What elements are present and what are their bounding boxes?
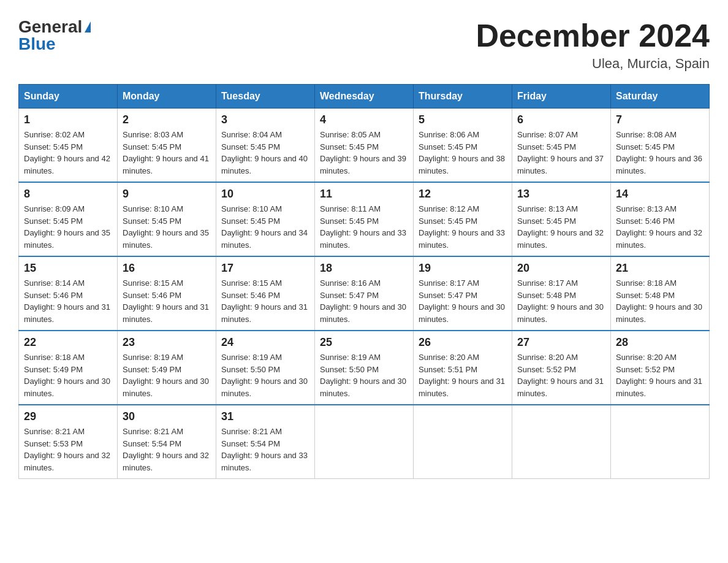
daylight-label: Daylight: 9 hours and 30 minutes. xyxy=(221,377,308,398)
sunrise-label: Sunrise: 8:21 AM xyxy=(123,427,183,436)
calendar-day-cell: 13 Sunrise: 8:13 AM Sunset: 5:45 PM Dayl… xyxy=(512,182,611,256)
calendar-week-row: 8 Sunrise: 8:09 AM Sunset: 5:45 PM Dayli… xyxy=(19,182,710,256)
calendar-week-row: 22 Sunrise: 8:18 AM Sunset: 5:49 PM Dayl… xyxy=(19,331,710,405)
sunset-label: Sunset: 5:46 PM xyxy=(616,216,675,226)
sunrise-label: Sunrise: 8:13 AM xyxy=(517,204,578,213)
sunrise-label: Sunrise: 8:15 AM xyxy=(221,278,282,288)
calendar-day-cell: 16 Sunrise: 8:15 AM Sunset: 5:46 PM Dayl… xyxy=(118,256,216,331)
day-info: Sunrise: 8:02 AM Sunset: 5:45 PM Dayligh… xyxy=(24,129,112,177)
day-number: 6 xyxy=(517,113,605,126)
day-number: 8 xyxy=(24,188,112,201)
daylight-label: Daylight: 9 hours and 31 minutes. xyxy=(221,302,308,324)
daylight-label: Daylight: 9 hours and 41 minutes. xyxy=(123,154,209,175)
daylight-label: Daylight: 9 hours and 30 minutes. xyxy=(123,377,209,398)
sunset-label: Sunset: 5:54 PM xyxy=(221,439,280,448)
day-info: Sunrise: 8:06 AM Sunset: 5:45 PM Dayligh… xyxy=(419,129,507,177)
calendar-day-cell: 3 Sunrise: 8:04 AM Sunset: 5:45 PM Dayli… xyxy=(216,109,315,183)
day-number: 29 xyxy=(24,410,112,423)
daylight-label: Daylight: 9 hours and 31 minutes. xyxy=(123,302,209,324)
sunset-label: Sunset: 5:47 PM xyxy=(419,291,477,300)
calendar-day-cell: 18 Sunrise: 8:16 AM Sunset: 5:47 PM Dayl… xyxy=(315,256,414,331)
daylight-label: Daylight: 9 hours and 30 minutes. xyxy=(24,377,110,398)
day-number: 17 xyxy=(221,262,309,275)
day-info: Sunrise: 8:19 AM Sunset: 5:50 PM Dayligh… xyxy=(221,351,309,399)
sunrise-label: Sunrise: 8:16 AM xyxy=(320,278,381,288)
header-saturday: Saturday xyxy=(611,85,710,109)
daylight-label: Daylight: 9 hours and 31 minutes. xyxy=(616,377,702,398)
calendar-day-cell xyxy=(414,405,512,479)
day-info: Sunrise: 8:21 AM Sunset: 5:54 PM Dayligh… xyxy=(123,426,211,473)
sunrise-label: Sunrise: 8:19 AM xyxy=(221,353,282,362)
sunrise-label: Sunrise: 8:19 AM xyxy=(320,353,381,362)
sunset-label: Sunset: 5:45 PM xyxy=(517,142,576,151)
calendar-day-cell: 15 Sunrise: 8:14 AM Sunset: 5:46 PM Dayl… xyxy=(19,256,118,331)
header-tuesday: Tuesday xyxy=(216,85,315,109)
sunrise-label: Sunrise: 8:20 AM xyxy=(517,353,578,362)
day-number: 14 xyxy=(616,188,704,201)
day-number: 18 xyxy=(320,262,408,275)
sunset-label: Sunset: 5:45 PM xyxy=(320,216,379,226)
sunrise-label: Sunrise: 8:03 AM xyxy=(123,130,183,139)
calendar-day-cell xyxy=(315,405,414,479)
calendar-day-cell: 6 Sunrise: 8:07 AM Sunset: 5:45 PM Dayli… xyxy=(512,109,611,183)
calendar-day-cell: 9 Sunrise: 8:10 AM Sunset: 5:45 PM Dayli… xyxy=(118,182,216,256)
day-info: Sunrise: 8:16 AM Sunset: 5:47 PM Dayligh… xyxy=(320,277,408,325)
sunrise-label: Sunrise: 8:06 AM xyxy=(419,130,479,139)
calendar-day-cell xyxy=(611,405,710,479)
logo-blue-text: Blue xyxy=(18,36,56,53)
sunset-label: Sunset: 5:45 PM xyxy=(123,216,181,226)
calendar-day-cell xyxy=(512,405,611,479)
day-number: 9 xyxy=(123,188,211,201)
day-info: Sunrise: 8:12 AM Sunset: 5:45 PM Dayligh… xyxy=(419,203,507,251)
sunset-label: Sunset: 5:52 PM xyxy=(517,365,576,374)
calendar-day-cell: 1 Sunrise: 8:02 AM Sunset: 5:45 PM Dayli… xyxy=(19,109,118,183)
day-number: 26 xyxy=(419,336,507,349)
daylight-label: Daylight: 9 hours and 35 minutes. xyxy=(123,228,209,250)
calendar-day-cell: 25 Sunrise: 8:19 AM Sunset: 5:50 PM Dayl… xyxy=(315,331,414,405)
sunset-label: Sunset: 5:48 PM xyxy=(616,291,675,300)
day-number: 27 xyxy=(517,336,605,349)
sunrise-label: Sunrise: 8:21 AM xyxy=(24,427,85,436)
day-number: 19 xyxy=(419,262,507,275)
sunset-label: Sunset: 5:45 PM xyxy=(320,142,379,151)
sunrise-label: Sunrise: 8:15 AM xyxy=(123,278,183,288)
day-number: 25 xyxy=(320,336,408,349)
day-info: Sunrise: 8:05 AM Sunset: 5:45 PM Dayligh… xyxy=(320,129,408,177)
day-info: Sunrise: 8:21 AM Sunset: 5:54 PM Dayligh… xyxy=(221,426,309,473)
calendar-day-cell: 24 Sunrise: 8:19 AM Sunset: 5:50 PM Dayl… xyxy=(216,331,315,405)
sunrise-label: Sunrise: 8:10 AM xyxy=(221,204,282,213)
day-info: Sunrise: 8:07 AM Sunset: 5:45 PM Dayligh… xyxy=(517,129,605,177)
daylight-label: Daylight: 9 hours and 40 minutes. xyxy=(221,154,308,175)
sunrise-label: Sunrise: 8:07 AM xyxy=(517,130,578,139)
sunset-label: Sunset: 5:51 PM xyxy=(419,365,477,374)
daylight-label: Daylight: 9 hours and 35 minutes. xyxy=(24,228,110,250)
day-info: Sunrise: 8:04 AM Sunset: 5:45 PM Dayligh… xyxy=(221,129,309,177)
calendar-day-cell: 2 Sunrise: 8:03 AM Sunset: 5:45 PM Dayli… xyxy=(118,109,216,183)
calendar-table: Sunday Monday Tuesday Wednesday Thursday… xyxy=(18,84,710,479)
calendar-day-cell: 29 Sunrise: 8:21 AM Sunset: 5:53 PM Dayl… xyxy=(19,405,118,479)
sunrise-label: Sunrise: 8:20 AM xyxy=(419,353,479,362)
sunrise-label: Sunrise: 8:17 AM xyxy=(517,278,578,288)
day-info: Sunrise: 8:09 AM Sunset: 5:45 PM Dayligh… xyxy=(24,203,112,251)
sunrise-label: Sunrise: 8:18 AM xyxy=(616,278,677,288)
daylight-label: Daylight: 9 hours and 37 minutes. xyxy=(517,154,604,175)
daylight-label: Daylight: 9 hours and 30 minutes. xyxy=(320,377,406,398)
logo-triangle-icon xyxy=(85,21,91,33)
day-number: 7 xyxy=(616,113,704,126)
sunset-label: Sunset: 5:45 PM xyxy=(419,142,477,151)
daylight-label: Daylight: 9 hours and 34 minutes. xyxy=(221,228,308,250)
month-title: December 2024 xyxy=(476,18,710,53)
day-info: Sunrise: 8:20 AM Sunset: 5:52 PM Dayligh… xyxy=(517,351,605,399)
header-monday: Monday xyxy=(118,85,216,109)
sunset-label: Sunset: 5:54 PM xyxy=(123,439,181,448)
sunrise-label: Sunrise: 8:19 AM xyxy=(123,353,183,362)
day-info: Sunrise: 8:13 AM Sunset: 5:46 PM Dayligh… xyxy=(616,203,704,251)
page-header: General Blue December 2024 Ulea, Murcia,… xyxy=(18,18,710,72)
daylight-label: Daylight: 9 hours and 30 minutes. xyxy=(419,302,505,324)
daylight-label: Daylight: 9 hours and 30 minutes. xyxy=(320,302,406,324)
sunset-label: Sunset: 5:48 PM xyxy=(517,291,576,300)
calendar-day-cell: 20 Sunrise: 8:17 AM Sunset: 5:48 PM Dayl… xyxy=(512,256,611,331)
sunrise-label: Sunrise: 8:04 AM xyxy=(221,130,282,139)
day-info: Sunrise: 8:03 AM Sunset: 5:45 PM Dayligh… xyxy=(123,129,211,177)
daylight-label: Daylight: 9 hours and 33 minutes. xyxy=(221,451,308,472)
